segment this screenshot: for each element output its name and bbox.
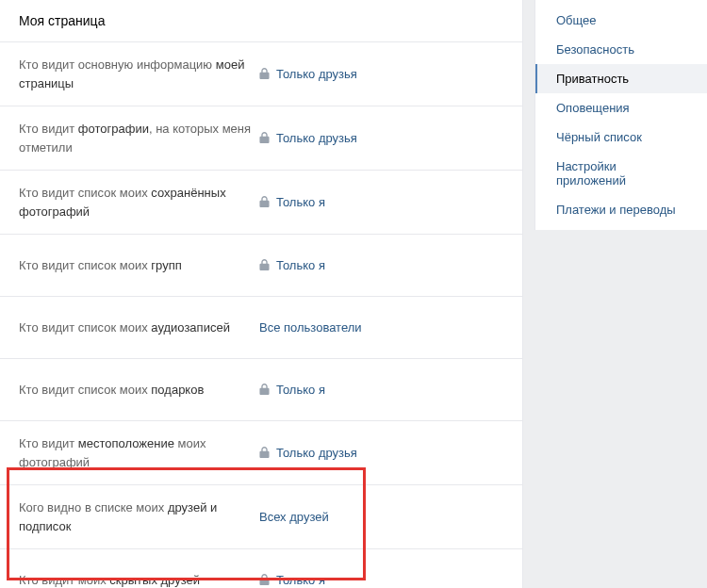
setting-row: Кто видит список моих аудиозаписейВсе по… <box>0 297 522 359</box>
setting-row: Кто видит местоположение моих фотографий… <box>0 421 522 485</box>
settings-list: Кто видит основную информацию моей стран… <box>0 42 522 588</box>
setting-row: Кто видит список моих группТолько я <box>0 235 522 297</box>
setting-value-selector[interactable]: Всех друзей <box>259 510 329 524</box>
nav-item[interactable]: Чёрный список <box>535 122 707 152</box>
setting-row: Кто видит список моих подарковТолько я <box>0 359 522 421</box>
setting-value-text: Все пользователи <box>259 320 362 335</box>
setting-value-text: Только я <box>276 573 325 587</box>
setting-value-selector[interactable]: Только я <box>259 258 325 272</box>
nav-item[interactable]: Оповещения <box>535 93 707 122</box>
nav-item[interactable]: Общее <box>535 6 707 35</box>
lock-icon <box>259 68 270 80</box>
setting-value-selector[interactable]: Только я <box>259 573 325 587</box>
setting-value-text: Только я <box>276 383 325 397</box>
setting-label: Кто видит список моих аудиозаписей <box>19 318 259 337</box>
setting-row: Кто видит список моих сохранённых фотогр… <box>0 171 522 235</box>
setting-value-selector[interactable]: Все пользователи <box>259 320 362 335</box>
setting-label: Кто видит фотографии, на которых меня от… <box>19 120 259 156</box>
nav-item[interactable]: Платежи и переводы <box>535 195 707 224</box>
lock-icon <box>259 574 270 586</box>
setting-row: Кто видит основную информацию моей стран… <box>0 42 522 106</box>
lock-icon <box>259 196 270 208</box>
setting-value-selector[interactable]: Только я <box>259 383 325 397</box>
setting-label: Кто видит список моих подарков <box>19 381 259 400</box>
setting-value-text: Только друзья <box>276 446 357 460</box>
setting-label: Кого видно в списке моих друзей и подпис… <box>19 498 259 535</box>
nav-item[interactable]: Приватность <box>535 64 707 93</box>
setting-row: Кто видит фотографии, на которых меня от… <box>0 106 522 171</box>
setting-value-text: Только друзья <box>276 67 357 81</box>
setting-value-selector[interactable]: Только друзья <box>259 67 357 81</box>
main-content: Моя страница Кто видит основную информац… <box>0 0 523 588</box>
lock-icon <box>259 384 270 396</box>
lock-icon <box>259 259 270 271</box>
nav-item[interactable]: Безопасность <box>535 35 707 64</box>
setting-value-text: Только я <box>276 195 325 209</box>
setting-label: Кто видит основную информацию моей стран… <box>19 56 259 92</box>
setting-value-text: Всех друзей <box>259 510 329 524</box>
setting-row: Кого видно в списке моих друзей и подпис… <box>0 485 522 549</box>
setting-label: Кто видит моих скрытых друзей <box>19 571 259 588</box>
lock-icon <box>259 132 270 144</box>
setting-label: Кто видит список моих сохранённых фотогр… <box>19 184 259 220</box>
nav-item[interactable]: Настройки приложений <box>535 152 707 195</box>
setting-value-text: Только друзья <box>276 131 357 145</box>
setting-value-selector[interactable]: Только я <box>259 195 325 209</box>
section-title: Моя страница <box>0 0 522 42</box>
settings-sidebar: ОбщееБезопасностьПриватностьОповещенияЧё… <box>534 0 707 230</box>
setting-label: Кто видит список моих групп <box>19 256 259 275</box>
setting-label: Кто видит местоположение моих фотографий <box>19 434 259 471</box>
setting-value-selector[interactable]: Только друзья <box>259 446 357 460</box>
setting-row: Кто видит моих скрытых друзейТолько я <box>0 549 522 588</box>
lock-icon <box>259 447 270 459</box>
setting-value-text: Только я <box>276 258 325 272</box>
setting-value-selector[interactable]: Только друзья <box>259 131 357 145</box>
